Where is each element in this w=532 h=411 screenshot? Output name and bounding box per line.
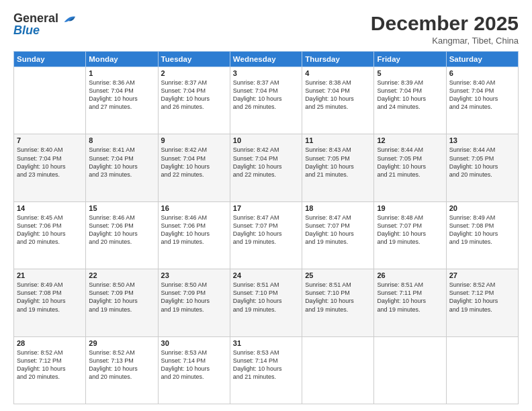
day-info: Sunrise: 8:47 AM Sunset: 7:07 PM Dayligh… bbox=[233, 214, 299, 246]
calendar-cell bbox=[446, 336, 518, 404]
calendar-header-monday: Monday bbox=[86, 52, 158, 67]
day-info: Sunrise: 8:53 AM Sunset: 7:14 PM Dayligh… bbox=[161, 349, 227, 381]
calendar-cell: 31Sunrise: 8:53 AM Sunset: 7:14 PM Dayli… bbox=[230, 336, 302, 404]
day-number: 4 bbox=[305, 69, 371, 77]
day-number: 12 bbox=[377, 136, 443, 144]
day-info: Sunrise: 8:40 AM Sunset: 7:04 PM Dayligh… bbox=[17, 146, 83, 179]
page: General Blue December 2025 Kangmar, Tibe… bbox=[0, 0, 532, 411]
day-number: 11 bbox=[305, 136, 371, 144]
day-number: 24 bbox=[233, 271, 299, 279]
calendar-cell: 28Sunrise: 8:52 AM Sunset: 7:12 PM Dayli… bbox=[14, 336, 86, 404]
day-info: Sunrise: 8:47 AM Sunset: 7:07 PM Dayligh… bbox=[305, 214, 371, 246]
day-number: 3 bbox=[233, 69, 299, 77]
day-number: 17 bbox=[233, 204, 299, 212]
calendar-cell: 25Sunrise: 8:51 AM Sunset: 7:10 PM Dayli… bbox=[302, 269, 374, 336]
day-info: Sunrise: 8:42 AM Sunset: 7:04 PM Dayligh… bbox=[233, 146, 299, 179]
calendar-cell: 23Sunrise: 8:50 AM Sunset: 7:09 PM Dayli… bbox=[158, 269, 230, 336]
calendar-header-thursday: Thursday bbox=[302, 52, 374, 67]
day-number: 14 bbox=[17, 204, 83, 212]
day-number: 27 bbox=[449, 271, 515, 279]
day-info: Sunrise: 8:52 AM Sunset: 7:13 PM Dayligh… bbox=[89, 349, 154, 381]
calendar-week-row: 28Sunrise: 8:52 AM Sunset: 7:12 PM Dayli… bbox=[14, 336, 519, 404]
calendar-week-row: 14Sunrise: 8:45 AM Sunset: 7:06 PM Dayli… bbox=[14, 201, 519, 269]
calendar-cell: 10Sunrise: 8:42 AM Sunset: 7:04 PM Dayli… bbox=[230, 134, 302, 201]
calendar-header-row: SundayMondayTuesdayWednesdayThursdayFrid… bbox=[14, 52, 519, 67]
calendar-cell: 21Sunrise: 8:49 AM Sunset: 7:08 PM Dayli… bbox=[14, 269, 86, 336]
day-info: Sunrise: 8:37 AM Sunset: 7:04 PM Dayligh… bbox=[233, 79, 299, 111]
calendar-cell bbox=[374, 336, 446, 404]
day-number: 26 bbox=[377, 271, 443, 279]
day-number: 25 bbox=[305, 271, 371, 279]
day-info: Sunrise: 8:44 AM Sunset: 7:05 PM Dayligh… bbox=[449, 146, 515, 179]
logo: General Blue bbox=[13, 12, 75, 38]
day-info: Sunrise: 8:37 AM Sunset: 7:04 PM Dayligh… bbox=[161, 79, 227, 111]
calendar-week-row: 21Sunrise: 8:49 AM Sunset: 7:08 PM Dayli… bbox=[14, 269, 519, 336]
day-info: Sunrise: 8:51 AM Sunset: 7:10 PM Dayligh… bbox=[305, 281, 371, 314]
calendar-header-sunday: Sunday bbox=[14, 52, 86, 67]
day-number: 6 bbox=[449, 69, 515, 77]
day-info: Sunrise: 8:39 AM Sunset: 7:04 PM Dayligh… bbox=[377, 79, 443, 111]
calendar-cell: 9Sunrise: 8:42 AM Sunset: 7:04 PM Daylig… bbox=[158, 134, 230, 201]
calendar-cell: 4Sunrise: 8:38 AM Sunset: 7:04 PM Daylig… bbox=[302, 67, 374, 134]
calendar-cell: 30Sunrise: 8:53 AM Sunset: 7:14 PM Dayli… bbox=[158, 336, 230, 404]
day-info: Sunrise: 8:43 AM Sunset: 7:05 PM Dayligh… bbox=[305, 146, 371, 179]
calendar-header-friday: Friday bbox=[374, 52, 446, 67]
calendar-cell: 24Sunrise: 8:51 AM Sunset: 7:10 PM Dayli… bbox=[230, 269, 302, 336]
calendar-week-row: 1Sunrise: 8:36 AM Sunset: 7:04 PM Daylig… bbox=[14, 67, 519, 134]
day-info: Sunrise: 8:51 AM Sunset: 7:11 PM Dayligh… bbox=[377, 281, 443, 314]
day-info: Sunrise: 8:49 AM Sunset: 7:08 PM Dayligh… bbox=[449, 214, 515, 246]
calendar-cell: 8Sunrise: 8:41 AM Sunset: 7:04 PM Daylig… bbox=[86, 134, 158, 201]
day-number: 22 bbox=[89, 271, 154, 279]
calendar-header-tuesday: Tuesday bbox=[158, 52, 230, 67]
calendar-cell: 5Sunrise: 8:39 AM Sunset: 7:04 PM Daylig… bbox=[374, 67, 446, 134]
day-info: Sunrise: 8:49 AM Sunset: 7:08 PM Dayligh… bbox=[17, 281, 83, 314]
day-info: Sunrise: 8:38 AM Sunset: 7:04 PM Dayligh… bbox=[305, 79, 371, 111]
day-number: 8 bbox=[89, 136, 154, 144]
day-info: Sunrise: 8:40 AM Sunset: 7:04 PM Dayligh… bbox=[449, 79, 515, 111]
location: Kangmar, Tibet, China bbox=[371, 36, 519, 46]
calendar-cell: 17Sunrise: 8:47 AM Sunset: 7:07 PM Dayli… bbox=[230, 201, 302, 269]
calendar-cell: 20Sunrise: 8:49 AM Sunset: 7:08 PM Dayli… bbox=[446, 201, 518, 269]
header: General Blue December 2025 Kangmar, Tibe… bbox=[13, 12, 519, 46]
calendar-cell: 15Sunrise: 8:46 AM Sunset: 7:06 PM Dayli… bbox=[86, 201, 158, 269]
calendar-cell bbox=[302, 336, 374, 404]
day-info: Sunrise: 8:53 AM Sunset: 7:14 PM Dayligh… bbox=[233, 349, 299, 381]
calendar-cell: 13Sunrise: 8:44 AM Sunset: 7:05 PM Dayli… bbox=[446, 134, 518, 201]
day-number: 16 bbox=[161, 204, 227, 212]
day-info: Sunrise: 8:52 AM Sunset: 7:12 PM Dayligh… bbox=[17, 349, 83, 381]
calendar-cell: 6Sunrise: 8:40 AM Sunset: 7:04 PM Daylig… bbox=[446, 67, 518, 134]
calendar-cell bbox=[14, 67, 86, 134]
day-info: Sunrise: 8:51 AM Sunset: 7:10 PM Dayligh… bbox=[233, 281, 299, 314]
calendar-cell: 7Sunrise: 8:40 AM Sunset: 7:04 PM Daylig… bbox=[14, 134, 86, 201]
day-number: 5 bbox=[377, 69, 443, 77]
day-number: 2 bbox=[161, 69, 227, 77]
calendar-cell: 14Sunrise: 8:45 AM Sunset: 7:06 PM Dayli… bbox=[14, 201, 86, 269]
day-number: 10 bbox=[233, 136, 299, 144]
day-info: Sunrise: 8:52 AM Sunset: 7:12 PM Dayligh… bbox=[449, 281, 515, 314]
calendar-cell: 11Sunrise: 8:43 AM Sunset: 7:05 PM Dayli… bbox=[302, 134, 374, 201]
day-info: Sunrise: 8:45 AM Sunset: 7:06 PM Dayligh… bbox=[17, 214, 83, 246]
day-number: 9 bbox=[161, 136, 227, 144]
day-info: Sunrise: 8:44 AM Sunset: 7:05 PM Dayligh… bbox=[377, 146, 443, 179]
day-info: Sunrise: 8:50 AM Sunset: 7:09 PM Dayligh… bbox=[89, 281, 154, 314]
day-number: 28 bbox=[17, 339, 83, 347]
calendar-cell: 18Sunrise: 8:47 AM Sunset: 7:07 PM Dayli… bbox=[302, 201, 374, 269]
calendar-table: SundayMondayTuesdayWednesdayThursdayFrid… bbox=[13, 51, 519, 404]
day-number: 13 bbox=[449, 136, 515, 144]
calendar-header-saturday: Saturday bbox=[446, 52, 518, 67]
day-number: 1 bbox=[89, 69, 154, 77]
calendar-cell: 26Sunrise: 8:51 AM Sunset: 7:11 PM Dayli… bbox=[374, 269, 446, 336]
calendar-cell: 2Sunrise: 8:37 AM Sunset: 7:04 PM Daylig… bbox=[158, 67, 230, 134]
day-info: Sunrise: 8:36 AM Sunset: 7:04 PM Dayligh… bbox=[89, 79, 154, 111]
calendar-cell: 19Sunrise: 8:48 AM Sunset: 7:07 PM Dayli… bbox=[374, 201, 446, 269]
calendar-cell: 27Sunrise: 8:52 AM Sunset: 7:12 PM Dayli… bbox=[446, 269, 518, 336]
day-number: 7 bbox=[17, 136, 83, 144]
title-section: December 2025 Kangmar, Tibet, China bbox=[371, 12, 519, 46]
day-number: 19 bbox=[377, 204, 443, 212]
calendar-header-wednesday: Wednesday bbox=[230, 52, 302, 67]
day-info: Sunrise: 8:46 AM Sunset: 7:06 PM Dayligh… bbox=[89, 214, 154, 246]
calendar-cell: 1Sunrise: 8:36 AM Sunset: 7:04 PM Daylig… bbox=[86, 67, 158, 134]
month-title: December 2025 bbox=[371, 12, 519, 34]
day-info: Sunrise: 8:48 AM Sunset: 7:07 PM Dayligh… bbox=[377, 214, 443, 246]
day-number: 29 bbox=[89, 339, 154, 347]
